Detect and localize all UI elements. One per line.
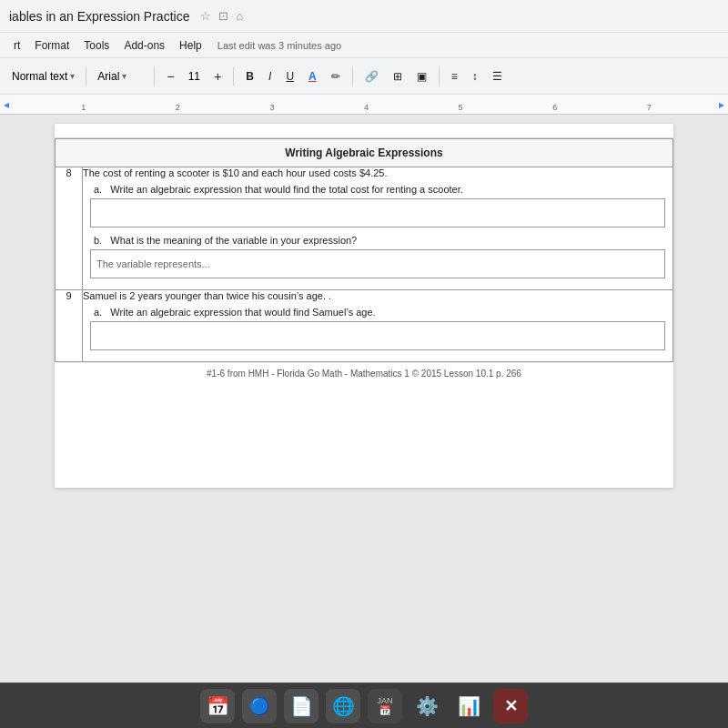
question-number-8: 8 [56,167,83,290]
menu-item-help[interactable]: Help [173,36,208,55]
line-spacing-icon: ↕ [472,70,478,83]
font-selector-label: Arial [97,70,119,83]
ruler-mark-5: 5 [459,103,463,112]
align-icon: ≡ [451,70,458,83]
ruler-mark-1: 1 [81,103,86,112]
question-number-9: 9 [56,290,83,362]
answer-box-8b[interactable]: The variable represents... [90,249,665,278]
font-selector[interactable]: Arial ▾ [93,67,147,86]
highlight-icon: ✏ [331,70,340,83]
style-chevron-icon: ▾ [70,71,75,81]
last-edit-text: Last edit was 3 minutes ago [217,40,341,51]
highlight-button[interactable]: ✏ [326,67,346,86]
question-8-content: The cost of renting a scooter is $10 and… [83,167,673,290]
dock-item-chrome[interactable]: 🌐 [326,689,360,723]
menu-item-rt[interactable]: rt [7,36,26,55]
worksheet-title: Writing Algebraic Expressions [56,139,673,167]
ruler-mark-4: 4 [364,103,369,112]
dock-item-docs[interactable]: 📄 [284,689,318,723]
list-icon: ☰ [492,70,502,83]
separator-4 [352,67,353,86]
separator-5 [439,67,440,86]
align-button[interactable]: ≡ [446,67,463,86]
line-spacing-button[interactable]: ↕ [467,67,483,86]
answer-box-8a[interactable] [90,198,665,228]
table-row: 8 The cost of renting a scooter is $10 a… [56,167,673,290]
dock-item-jan[interactable]: JAN 📆 [368,689,402,723]
dock-item-settings[interactable]: ⚙️ [410,689,444,723]
answer-box-9a[interactable] [90,321,665,350]
question-9a-label: a. Write an algebraic expression that wo… [94,307,672,318]
question-8-text: The cost of renting a scooter is $10 and… [83,167,672,178]
table-button[interactable]: ▣ [411,67,432,86]
font-size-display: 11 [181,70,207,83]
settings-icon: ⚙️ [416,695,439,717]
ruler-mark-2: 2 [176,103,180,112]
question-8b-label: b. What is the meaning of the variable i… [94,235,672,246]
star-icon[interactable]: ☆ [200,9,211,23]
title-bar: iables in an Expression Practice ☆ ⊡ ⌂ [0,0,728,33]
header-row: Writing Algebraic Expressions [56,139,673,167]
color-a-icon: A [308,70,317,83]
separator-2 [154,67,155,86]
comment-icon: ⊞ [393,70,402,83]
taskbar-month-label: JAN [377,696,392,705]
ruler-mark-7: 7 [647,103,652,112]
worksheet-footer: #1-6 from HMH - Florida Go Math - Mathem… [55,362,673,384]
comment-button[interactable]: ⊞ [388,67,408,86]
color-a-button[interactable]: A [303,67,322,86]
x-icon: ✕ [504,696,518,716]
style-selector-label: Normal text [12,70,67,83]
table-icon: ▣ [417,70,427,83]
question-9-content: Samuel is 2 years younger than twice his… [83,290,673,362]
dock-item-stats[interactable]: 📊 [451,689,486,723]
docs-icon: 📄 [290,695,313,717]
menu-item-format[interactable]: Format [28,36,76,55]
ruler-right-margin-icon[interactable]: ▸ [719,98,724,111]
ruler: ◂ 1 2 3 4 5 6 7 ▸ [0,95,728,115]
underline-button[interactable]: U [280,67,299,86]
document-area: Writing Algebraic Expressions 8 The cost… [0,115,728,682]
document-page: Writing Algebraic Expressions 8 The cost… [55,124,673,488]
calendar-icon: 📅 [207,695,229,717]
bold-button[interactable]: B [240,67,259,86]
ruler-left-margin-icon[interactable]: ◂ [4,98,9,111]
font-size-decrease-button[interactable]: − [161,67,179,86]
toolbar: Normal text ▾ Arial ▾ − 11 + B I U A ✏ 🔗… [0,58,728,95]
taskbar: 📅 🔵 📄 🌐 JAN 📆 ⚙️ 📊 ✕ [0,682,728,728]
ruler-mark-6: 6 [552,103,557,112]
list-button[interactable]: ☰ [487,67,508,86]
chrome-icon: 🌐 [332,695,355,717]
cloud-icon[interactable]: ⌂ [236,9,243,23]
title-text: iables in an Expression Practice [9,9,189,24]
link-icon: 🔗 [365,70,379,83]
stats-icon: 📊 [458,695,480,717]
answer-8b-placeholder: The variable represents... [96,258,210,269]
ruler-content: 1 2 3 4 5 6 7 [27,95,701,114]
dock-item-finder[interactable]: 🔵 [242,689,277,723]
italic-button[interactable]: I [263,67,277,86]
question-9-text: Samuel is 2 years younger than twice his… [83,290,672,301]
separator-1 [86,67,86,86]
dock-item-calendar[interactable]: 📅 [200,689,235,723]
footer-text: #1-6 from HMH - Florida Go Math - Mathem… [207,369,521,379]
question-8a-label: a. Write an algebraic expression that wo… [94,184,672,195]
folder-icon[interactable]: ⊡ [218,9,228,23]
link-button[interactable]: 🔗 [359,67,384,86]
table-row: 9 Samuel is 2 years younger than twice h… [56,290,673,362]
ruler-mark-3: 3 [269,103,274,112]
worksheet-table: Writing Algebraic Expressions 8 The cost… [55,138,673,362]
font-chevron-icon: ▾ [122,71,126,81]
finder-icon: 🔵 [249,696,269,716]
taskbar-date-icon: 📆 [379,705,390,715]
menu-bar: rt Format Tools Add-ons Help Last edit w… [0,33,728,58]
style-selector[interactable]: Normal text ▾ [7,67,79,86]
menu-item-addons[interactable]: Add-ons [117,36,171,55]
menu-item-tools[interactable]: Tools [77,36,116,55]
dock-item-x[interactable]: ✕ [493,689,528,723]
separator-3 [233,67,234,86]
font-size-increase-button[interactable]: + [208,67,227,86]
font-size-control: − 11 + [161,67,227,86]
